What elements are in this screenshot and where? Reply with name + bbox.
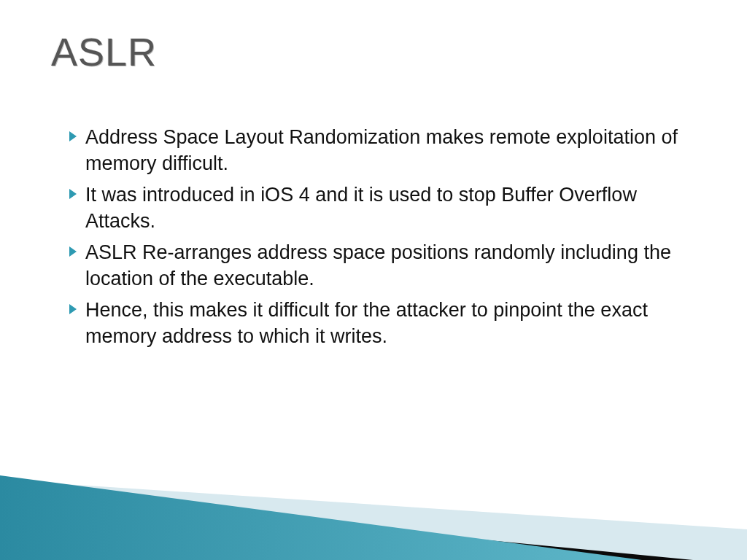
svg-marker-0 (69, 131, 77, 141)
bullet-triangle-icon (69, 124, 85, 141)
bullet-triangle-icon (69, 297, 85, 314)
list-item: ASLR Re-arranges address space positions… (69, 239, 703, 292)
svg-marker-6 (0, 475, 642, 560)
list-item: It was introduced in iOS 4 and it is use… (69, 182, 703, 235)
bullet-text: ASLR Re-arranges address space positions… (85, 239, 703, 292)
svg-marker-2 (69, 246, 77, 257)
bullet-text: Address Space Layout Randomization makes… (85, 124, 703, 177)
list-item: Address Space Layout Randomization makes… (69, 124, 703, 177)
svg-marker-5 (0, 493, 693, 560)
slide: ASLR Address Space Layout Randomization … (0, 0, 747, 560)
bullet-text: Hence, this makes it difficult for the a… (85, 297, 703, 350)
bullet-triangle-icon (69, 239, 85, 257)
svg-marker-1 (69, 189, 77, 199)
slide-title: ASLR (51, 29, 157, 74)
bullet-triangle-icon (69, 182, 85, 199)
list-item: Hence, this makes it difficult for the a… (69, 297, 703, 350)
svg-marker-3 (69, 304, 77, 314)
bullet-text: It was introduced in iOS 4 and it is use… (85, 182, 703, 235)
footer-decoration (0, 436, 747, 560)
svg-marker-4 (0, 480, 747, 560)
slide-body: Address Space Layout Randomization makes… (69, 124, 703, 354)
